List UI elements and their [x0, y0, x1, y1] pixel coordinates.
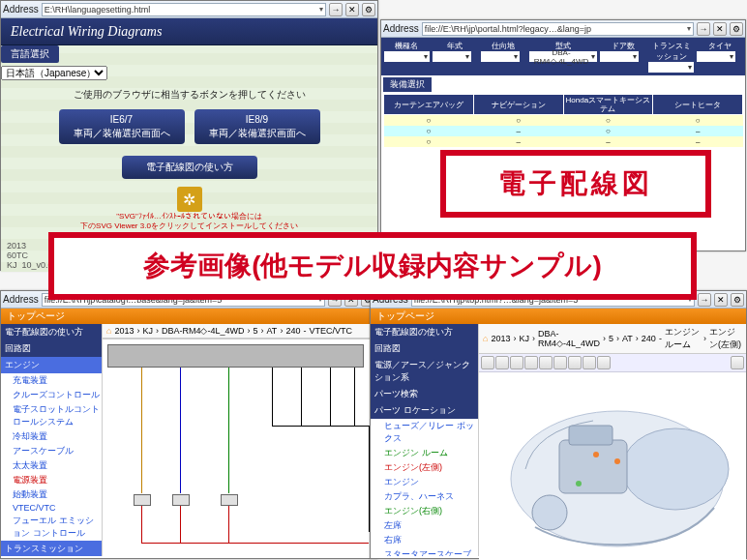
nav-item[interactable]: 始動装置	[1, 487, 102, 502]
view-tool-button[interactable]	[597, 356, 611, 369]
filter-panel: 機種名 ▾ 年式 ▾ 仕向地 ▾ 型式 DBA-RM4◇-4L_4WD▾ ドア数…	[381, 38, 745, 75]
view-tool-button[interactable]	[553, 356, 567, 369]
nav-item[interactable]: VTEC/VTC	[1, 502, 102, 514]
wire	[180, 368, 181, 493]
nav-section-circuit[interactable]: 回路図	[371, 340, 478, 357]
nav-section-circuit[interactable]: 回路図	[1, 340, 102, 357]
svg-viewer-icon[interactable]: ✲	[177, 187, 202, 212]
filter-doors-select[interactable]: ▾	[600, 51, 639, 62]
nav-item[interactable]: 太太装置	[1, 458, 102, 473]
overlay-banner-text: 参考画像(他モデル収録内容サンプル)	[143, 248, 602, 284]
home-icon[interactable]: ⌂	[483, 334, 488, 343]
connector	[221, 494, 238, 506]
address-label: Address	[383, 23, 419, 34]
nav-item[interactable]: エンジン	[371, 475, 478, 489]
nav-item[interactable]: 左席	[371, 518, 478, 533]
nav-item[interactable]: 電子スロットルコントロールシステム	[1, 402, 102, 429]
filter-model-select[interactable]: ▾	[384, 51, 430, 62]
nav-item[interactable]: 右席	[371, 533, 478, 547]
eq-col-navi: ナビゲーション	[473, 95, 563, 115]
tools-icon[interactable]: ✕	[714, 293, 728, 307]
lang-header: 言語選択	[1, 45, 59, 63]
nav-heading-engine[interactable]: エンジン	[1, 357, 102, 373]
view-tool-button[interactable]	[481, 356, 494, 369]
view-tool-button[interactable]	[568, 356, 582, 369]
download-note-2: 下のSVG Viewer 3.0をクリックしてインストールしてください	[1, 221, 377, 231]
nav-item[interactable]: クルーズコントロール	[1, 388, 102, 402]
filter-trans-select[interactable]: ▾	[648, 62, 694, 73]
nav-item[interactable]: フューエル エミッション コントロール	[1, 514, 102, 541]
equipment-table: カーテンエアバッグ ナビゲーション Hondaスマートキーシステム シートヒータ…	[383, 94, 743, 147]
nav-item[interactable]: アースケーブル	[1, 444, 102, 458]
svg-point-5	[593, 452, 599, 457]
go-button[interactable]: →	[697, 22, 710, 36]
view-tool-button[interactable]	[731, 356, 744, 369]
top-tab[interactable]: トップページ	[371, 309, 746, 324]
nav-item[interactable]: 充電装置	[1, 373, 102, 388]
go-button[interactable]: →	[329, 3, 343, 16]
nav-item[interactable]: ヒューズ／リレー ボックス	[371, 419, 478, 446]
filter-dest-select[interactable]: ▾	[481, 51, 520, 62]
eq-col-smartkey: Hondaスマートキーシステム	[563, 95, 653, 115]
view-tool-button[interactable]	[524, 356, 538, 369]
table-row[interactable]: ○–○–	[384, 126, 743, 136]
nav-item-current[interactable]: 電源装置	[1, 473, 102, 487]
nav-item[interactable]: スタータアースケーブル	[371, 547, 478, 556]
filter-type-select[interactable]: DBA-RM4◇-4L_4WD▾	[529, 51, 597, 62]
table-row[interactable]: ○○○○	[384, 115, 743, 127]
equipment-header: 装備選択	[383, 77, 432, 92]
gear-icon[interactable]: ⚙	[730, 22, 743, 36]
side-nav: 電子配線図の使い方 回路図 エンジン 充電装置 クルーズコントロール 電子スロッ…	[1, 324, 103, 556]
ie89-button[interactable]: IE8/9 車両／装備選択画面へ	[194, 109, 320, 144]
address-value: E:\RH\languagesetting.html	[45, 4, 151, 15]
address-value: file://E:\RH\jp\portal.html?legacy…&lang…	[425, 23, 591, 35]
top-tab[interactable]: トップページ	[1, 309, 376, 324]
download-note-1: "SVG"ﾌｧｲﾙ…ｲﾝｽﾄｰﾙされていない場合には	[1, 212, 377, 221]
wire	[272, 368, 273, 426]
svg-rect-2	[559, 440, 627, 493]
nav-section-usage[interactable]: 電子配線図の使い方	[1, 324, 102, 340]
go-button[interactable]: →	[698, 293, 711, 307]
view-tool-button[interactable]	[495, 356, 509, 369]
view-tool-button[interactable]	[539, 356, 553, 369]
gear-icon[interactable]: ⚙	[731, 293, 744, 307]
view-tool-button[interactable]	[583, 356, 596, 369]
filter-year-select[interactable]: ▾	[433, 51, 471, 62]
wiring-canvas[interactable]	[103, 339, 376, 546]
language-select[interactable]: 日本語（Japanese）	[1, 66, 107, 80]
nav-item[interactable]: カプラ、ハーネス	[371, 489, 478, 504]
nav-item[interactable]: エンジン ルーム	[371, 446, 478, 460]
window-parts-location: Address file://E:\RH\jp\top.html?…&lang=…	[370, 290, 747, 559]
tools-icon[interactable]: ✕	[345, 3, 359, 16]
window-language-setting: Address E:\RH\languagesetting.html ▾ → ✕…	[0, 0, 378, 271]
usage-button[interactable]: 電子配線図の使い方	[122, 156, 257, 179]
table-row[interactable]: ○–––	[384, 136, 743, 147]
address-label: Address	[3, 4, 39, 15]
filter-type: 型式 DBA-RM4◇-4L_4WD▾	[528, 40, 598, 74]
tools-icon[interactable]: ✕	[713, 22, 727, 36]
nav-section-usage[interactable]: 電子配線図の使い方	[371, 324, 478, 340]
nav-heading-trans[interactable]: トランスミッション	[1, 541, 102, 556]
connector	[134, 494, 151, 506]
filter-tire-select[interactable]: ▾	[697, 51, 735, 62]
chevron-down-icon: ▾	[687, 23, 691, 35]
nav-item[interactable]: エンジン(右側)	[371, 504, 478, 518]
view-toolbar	[479, 354, 746, 372]
nav-item[interactable]: 冷却装置	[1, 429, 102, 444]
nav-section-parts-search[interactable]: パーツ検索	[371, 386, 478, 402]
home-icon[interactable]: ⌂	[106, 326, 111, 336]
ie67-button[interactable]: IE6/7 車両／装備選択画面へ	[59, 109, 185, 144]
nav-section-parts-loc[interactable]: パーツ ロケーション	[371, 402, 478, 419]
nav-section-power[interactable]: 電源／アース／ジャンクション系	[371, 357, 478, 386]
svg-point-1	[622, 428, 729, 510]
gear-icon[interactable]: ⚙	[362, 3, 375, 16]
address-input[interactable]: E:\RH\languagesetting.html ▾	[42, 3, 326, 16]
filter-tire: タイヤ ▾	[696, 40, 743, 74]
address-bar: Address file://E:\RH\jp\portal.html?lega…	[381, 20, 745, 38]
3d-viewport[interactable]	[479, 372, 746, 560]
view-tool-button[interactable]	[510, 356, 523, 369]
wire	[141, 368, 142, 493]
nav-item-current[interactable]: エンジン(左側)	[371, 460, 478, 475]
address-input[interactable]: file://E:\RH\jp\portal.html?legacy…&lang…	[422, 22, 694, 36]
wire	[354, 368, 355, 426]
